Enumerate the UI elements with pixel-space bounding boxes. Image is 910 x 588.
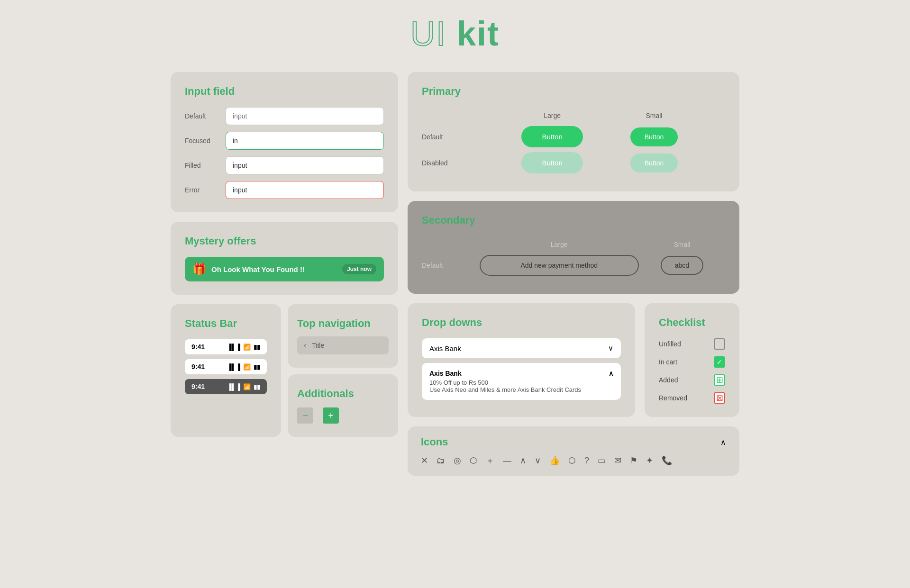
primary-title: Primary <box>422 85 725 98</box>
input-row-focused: Focused <box>185 132 384 150</box>
mystery-banner-cta[interactable]: Just now <box>342 264 376 274</box>
checkbox-incart[interactable]: ✓ <box>714 356 725 368</box>
minus-button[interactable]: − <box>297 407 313 424</box>
status-icons-1: ▐▌▐ 📶 ▮▮ <box>227 344 260 351</box>
clipboard-icon[interactable]: 🗂 <box>437 456 445 466</box>
plus-button[interactable]: + <box>323 407 339 424</box>
camera-icon[interactable]: ⬡ <box>568 455 576 466</box>
add-icon[interactable]: ＋ <box>486 455 494 466</box>
input-filled[interactable] <box>226 156 384 174</box>
primary-col-large: Large <box>521 112 583 121</box>
additionals-title: Additionals <box>297 388 389 400</box>
checklist-label-removed: Removed <box>659 394 687 402</box>
sparkle-icon[interactable]: ✦ <box>646 455 653 466</box>
dropdown-closed[interactable]: Axis Bank ∨ <box>422 338 621 358</box>
input-default[interactable] <box>226 107 384 125</box>
checklist-card: Checklist Unfilled In cart ✓ Added ⊞ Rem… <box>645 303 739 417</box>
checklist-row-incart: In cart ✓ <box>659 356 725 368</box>
secondary-col-small: Small <box>639 241 725 250</box>
status-bar-time-2: 9:41 <box>191 363 205 371</box>
right-column: Primary Large Small Default Button Butto… <box>408 72 739 476</box>
status-bar-time-1: 9:41 <box>191 343 205 351</box>
mystery-banner[interactable]: 🎁 Oh Look What You Found !! Just now <box>185 257 384 281</box>
battery-icon-3: ▮▮ <box>254 383 260 390</box>
icons-grid: ✕ 🗂 ◎ ⬡ ＋ — ∧ ∨ 👍 ⬡ ? ▭ ✉ ⚑ ✦ 📞 <box>421 455 726 466</box>
status-bar-time-3: 9:41 <box>191 383 205 390</box>
primary-row-label-disabled: Disabled <box>422 152 521 173</box>
checkbox-added[interactable]: ⊞ <box>714 374 725 386</box>
primary-row-disabled: Disabled Button Button <box>422 152 725 173</box>
eye-icon[interactable]: ◎ <box>454 455 461 466</box>
checklist-row-added: Added ⊞ <box>659 374 725 386</box>
status-bar-title: Status Bar <box>185 317 267 330</box>
primary-large-default-button[interactable]: Button <box>521 126 583 147</box>
checkbox-unfilled[interactable] <box>714 338 725 350</box>
status-bar-dark: 9:41 ▐▌▐ 📶 ▮▮ <box>185 379 267 394</box>
secondary-row-default: Default Add new payment method abcd <box>422 255 725 276</box>
input-row-error: Error <box>185 181 384 199</box>
checklist-label-incart: In cart <box>659 358 677 366</box>
checklist-row-unfilled: Unfilled <box>659 338 725 350</box>
gift-icon: 🎁 <box>192 262 207 276</box>
secondary-small-default-button[interactable]: abcd <box>661 256 703 275</box>
input-label-error: Error <box>185 186 218 194</box>
status-bar-light-1: 9:41 ▐▌▐ 📶 ▮▮ <box>185 339 267 354</box>
primary-col-small: Small <box>583 112 725 121</box>
primary-row-label-default: Default <box>422 126 521 147</box>
status-bars-list: 9:41 ▐▌▐ 📶 ▮▮ 9:41 ▐▌▐ 📶 ▮▮ <box>185 339 267 394</box>
icons-title: Icons <box>421 436 448 448</box>
primary-section: Primary Large Small Default Button Butto… <box>408 72 739 191</box>
signal-icon-3: ▐▌▐ <box>227 383 240 390</box>
primary-row-default: Default Button Button <box>422 126 725 147</box>
chevron-down-icon: ∨ <box>608 344 613 353</box>
chevron-up-icon[interactable]: ∧ <box>520 455 526 466</box>
input-label-filled: Filled <box>185 162 218 169</box>
input-field-title: Input field <box>185 85 384 98</box>
top-nav-title: Top navigation <box>297 317 389 330</box>
mystery-banner-text: Oh Look What You Found !! <box>211 265 305 273</box>
share-icon[interactable]: ⬡ <box>470 455 477 466</box>
minus-icon[interactable]: — <box>503 456 511 466</box>
battery-icon-1: ▮▮ <box>254 344 260 351</box>
dropdown-closed-value: Axis Bank <box>429 344 461 353</box>
dropdowns-checklist-row: Drop downs Axis Bank ∨ Axis Bank ∧ 10% O… <box>408 303 739 417</box>
checklist-label-added: Added <box>659 376 678 384</box>
icons-header: Icons ∧ <box>421 436 726 448</box>
primary-small-default-button[interactable]: Button <box>630 127 678 146</box>
primary-small-disabled-button: Button <box>630 154 678 172</box>
input-error[interactable] <box>226 181 384 199</box>
wifi-icon-1: 📶 <box>243 344 251 351</box>
additionals-card: Additionals − + <box>288 374 398 437</box>
status-icons-3: ▐▌▐ 📶 ▮▮ <box>227 383 260 390</box>
mystery-offers-title: Mystery offers <box>185 235 384 247</box>
email-icon[interactable]: ✉ <box>614 455 621 466</box>
status-bar-card: Status Bar 9:41 ▐▌▐ 📶 ▮▮ 9:41 ▐▌▐ <box>171 304 281 437</box>
left-column: Input field Default Focused Filled Error <box>171 72 398 476</box>
secondary-row-label-default: Default <box>422 255 480 276</box>
checklist-title: Checklist <box>659 317 725 329</box>
primary-button-table: Large Small Default Button Button Disabl… <box>422 107 725 178</box>
chevron-down-icon[interactable]: ∨ <box>535 455 541 466</box>
dropdown-offer-line1: 10% Off up to Rs 500 <box>429 379 613 386</box>
battery-icon-2: ▮▮ <box>254 363 260 371</box>
desktop-icon[interactable]: ▭ <box>598 455 606 466</box>
dropdowns-card: Drop downs Axis Bank ∨ Axis Bank ∧ 10% O… <box>408 303 635 417</box>
input-rows: Default Focused Filled Error <box>185 107 384 199</box>
secondary-col-large: Large <box>480 241 639 250</box>
secondary-section: Secondary Large Small Default Add new pa… <box>408 201 739 294</box>
secondary-large-default-button[interactable]: Add new payment method <box>480 255 639 276</box>
secondary-title: Secondary <box>422 214 725 226</box>
help-icon[interactable]: ? <box>584 456 589 466</box>
input-focused[interactable] <box>226 132 384 150</box>
thumbs-up-icon[interactable]: 👍 <box>549 455 560 466</box>
close-icon[interactable]: ✕ <box>421 455 428 466</box>
signal-icon-2: ▐▌▐ <box>227 363 240 371</box>
wifi-icon-3: 📶 <box>243 383 251 390</box>
phone-icon[interactable]: 📞 <box>662 455 672 466</box>
checklist-row-removed: Removed ⊠ <box>659 392 725 404</box>
back-chevron-icon[interactable]: ‹ <box>304 341 306 350</box>
checkbox-removed[interactable]: ⊠ <box>714 392 725 404</box>
chevron-up-icon: ∧ <box>609 370 613 377</box>
flag-icon[interactable]: ⚑ <box>630 455 637 466</box>
status-bar-light-2: 9:41 ▐▌▐ 📶 ▮▮ <box>185 359 267 374</box>
